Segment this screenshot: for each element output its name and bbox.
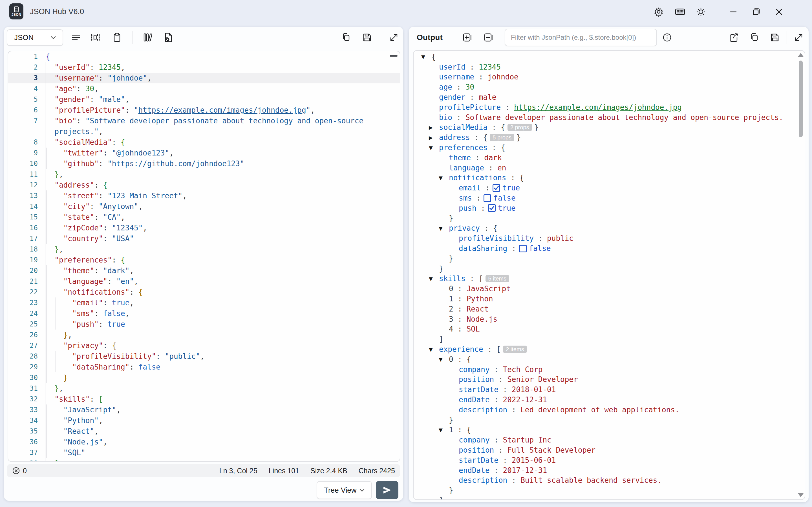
code-editor[interactable]: 1{2"userId": 12345,3"username": "johndoe… — [8, 51, 400, 462]
tree-row[interactable]: age : 30 — [414, 82, 805, 92]
tree-row[interactable]: ▼notifications : { — [414, 173, 805, 183]
tree-row[interactable]: sms :false — [414, 193, 805, 203]
fold-indicator[interactable] — [390, 55, 398, 57]
save-icon[interactable] — [360, 31, 374, 45]
collapse-icon[interactable]: ▼ — [439, 225, 449, 231]
tree-row[interactable]: endDate : 2017-12-31 — [414, 465, 805, 475]
scrollbar-thumb[interactable] — [799, 61, 803, 137]
code-line[interactable]: 32"skills": [ — [8, 394, 400, 404]
code-line[interactable]: 11}, — [8, 169, 400, 180]
tree-row[interactable]: language : en — [414, 163, 805, 173]
tree-row[interactable]: } — [414, 253, 805, 264]
collapse-icon[interactable]: ▼ — [429, 276, 439, 282]
collapse-all-icon[interactable] — [481, 31, 495, 45]
code-line[interactable]: 21"language": "en", — [8, 276, 400, 287]
jsonpath-filter-input[interactable] — [505, 29, 657, 46]
code-line[interactable]: 15"state": "CA", — [8, 212, 400, 223]
tree-row[interactable]: profileVisibility : public — [414, 233, 805, 243]
tree-row[interactable]: 4 : SQL — [414, 324, 805, 334]
info-icon[interactable] — [660, 31, 674, 45]
tree-row[interactable]: startDate : 2018-01-01 — [414, 385, 805, 395]
tree-row[interactable]: ▼experience : [2 items — [414, 344, 805, 354]
scroll-up-icon[interactable] — [798, 53, 804, 57]
code-line[interactable]: 35"React", — [8, 426, 400, 437]
tree-row[interactable]: 2 : React — [414, 304, 805, 314]
share-icon[interactable] — [727, 31, 741, 45]
code-line[interactable]: 31}, — [8, 383, 400, 394]
tree-row[interactable]: ▼preferences : { — [414, 143, 805, 153]
tree-row[interactable]: ▼{ — [414, 52, 805, 62]
code-line[interactable]: 30} — [8, 372, 400, 383]
code-line[interactable]: 28"profileVisibility": "public", — [8, 351, 400, 362]
collapse-icon[interactable]: ▼ — [429, 145, 439, 151]
collapse-icon[interactable]: ▼ — [439, 175, 449, 181]
code-line[interactable]: 10"github": "https://github.com/johndoe1… — [8, 158, 400, 169]
tree-row[interactable]: } — [414, 485, 805, 496]
expand-all-icon[interactable] — [460, 31, 474, 45]
mode-select[interactable]: JSON — [7, 29, 63, 46]
keyboard-icon[interactable] — [674, 6, 686, 18]
code-line[interactable]: projects.", — [8, 126, 400, 137]
code-line[interactable]: 4"age": 30, — [8, 83, 400, 94]
tree-row[interactable]: ▶socialMedia : {2 props} — [414, 122, 805, 133]
collapse-icon[interactable]: ▼ — [439, 427, 449, 433]
code-line[interactable]: 38] — [8, 458, 400, 462]
collapse-icon[interactable]: ▼ — [429, 346, 439, 352]
code-line[interactable]: 3"username": "johndoe", — [8, 73, 400, 83]
code-line[interactable]: 12"address": { — [8, 180, 400, 190]
tree-row[interactable]: endDate : 2022-12-31 — [414, 395, 805, 405]
format-icon[interactable] — [69, 31, 83, 45]
tree-row[interactable]: description : Built scalable backend ser… — [414, 475, 805, 485]
paste-icon[interactable] — [110, 31, 124, 45]
code-line[interactable]: 14"city": "Anytown", — [8, 201, 400, 212]
tree-row[interactable]: position : Full Stack Developer — [414, 445, 805, 455]
tree-row[interactable]: } — [414, 264, 805, 274]
tree-row[interactable]: ▶address : {5 props} — [414, 132, 805, 143]
tree-row[interactable]: ] — [414, 334, 805, 344]
code-line[interactable]: 1{ — [8, 51, 400, 62]
expand-icon[interactable] — [387, 31, 401, 45]
tree-row[interactable]: userId : 12345 — [414, 62, 805, 72]
tree-row[interactable]: bio : Software developer passionate abou… — [414, 112, 805, 122]
code-line[interactable]: 17"country": "USA" — [8, 233, 400, 244]
code-line[interactable]: 8"socialMedia": { — [8, 137, 400, 148]
expand-icon[interactable]: ▶ — [429, 135, 439, 140]
minimize-icon[interactable] — [727, 6, 740, 18]
code-line[interactable]: 37"SQL" — [8, 447, 400, 458]
tree-row[interactable]: 0 : JavaScript — [414, 284, 805, 294]
tree-row[interactable]: startDate : 2015-06-01 — [414, 455, 805, 465]
collapse-icon[interactable]: ▼ — [439, 356, 449, 362]
save-icon[interactable] — [768, 31, 782, 45]
close-icon[interactable] — [773, 6, 785, 18]
tree-row[interactable]: ▼1 : { — [414, 425, 805, 435]
code-line[interactable]: 20"theme": "dark", — [8, 265, 400, 276]
view-mode-select[interactable]: Tree View — [317, 481, 372, 499]
code-line[interactable]: 22"notifications": { — [8, 287, 400, 297]
tree-row[interactable]: ▼skills : [5 items — [414, 274, 805, 284]
tree-row[interactable]: username : johndoe — [414, 72, 805, 82]
expand-icon[interactable] — [792, 31, 806, 45]
tree-row[interactable]: gender : male — [414, 92, 805, 102]
code-line[interactable]: 2"userId": 12345, — [8, 62, 400, 73]
theme-icon[interactable] — [695, 6, 707, 18]
tree-row[interactable]: description : Led development of web app… — [414, 405, 805, 415]
tree-row[interactable]: company : Tech Corp — [414, 364, 805, 375]
code-line[interactable]: 6"profilePicture": "https://example.com/… — [8, 105, 400, 115]
tree-row[interactable]: profilePicture : https://example.com/ima… — [414, 102, 805, 112]
copy-icon[interactable] — [748, 31, 762, 45]
code-line[interactable]: 23"email": true, — [8, 297, 400, 308]
code-line[interactable]: 13"street": "123 Main Street", — [8, 190, 400, 201]
tree-row[interactable]: ] — [414, 496, 805, 500]
tree-row[interactable]: } — [414, 213, 805, 223]
compress-icon[interactable] — [88, 31, 102, 45]
code-line[interactable]: 5"gender": "male", — [8, 94, 400, 105]
send-button[interactable] — [376, 481, 398, 499]
maximize-icon[interactable] — [750, 6, 762, 18]
code-line[interactable]: 29"dataSharing": false — [8, 362, 400, 372]
code-line[interactable]: 7"bio": "Software developer passionate a… — [8, 115, 400, 126]
tree-row[interactable]: theme : dark — [414, 153, 805, 163]
collapse-icon[interactable]: ▼ — [421, 54, 432, 60]
tree-row[interactable]: ▼0 : { — [414, 354, 805, 364]
scroll-down-icon[interactable] — [798, 493, 804, 497]
tree-row[interactable]: } — [414, 415, 805, 425]
